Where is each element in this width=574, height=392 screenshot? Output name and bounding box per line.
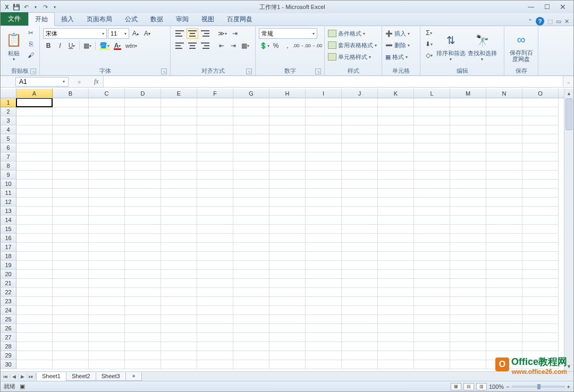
cell[interactable] — [269, 252, 306, 261]
cell[interactable] — [414, 152, 450, 161]
cell[interactable] — [414, 261, 450, 270]
cell[interactable] — [233, 143, 269, 152]
row-header[interactable]: 7 — [1, 152, 16, 161]
align-launcher[interactable]: ↘ — [246, 69, 252, 74]
cell[interactable] — [450, 306, 486, 315]
cell[interactable] — [53, 207, 89, 216]
cell[interactable] — [414, 342, 450, 351]
cell[interactable] — [125, 152, 161, 161]
cell[interactable] — [522, 279, 559, 288]
cell[interactable] — [522, 116, 559, 125]
cell[interactable] — [414, 288, 450, 297]
row-header[interactable]: 23 — [1, 297, 16, 306]
cell[interactable] — [16, 279, 53, 288]
bold-button[interactable]: B — [43, 40, 54, 51]
cell[interactable] — [450, 143, 486, 152]
cell[interactable] — [378, 216, 414, 225]
cell[interactable] — [450, 297, 486, 306]
number-format-select[interactable]: 常规▾ — [259, 28, 317, 39]
cell[interactable] — [53, 171, 89, 180]
sheet-next-icon[interactable]: ▶ — [19, 374, 27, 379]
row-header[interactable]: 29 — [1, 351, 16, 360]
cell[interactable] — [378, 297, 414, 306]
cell[interactable] — [161, 198, 197, 207]
cell[interactable] — [161, 243, 197, 252]
cell[interactable] — [306, 315, 342, 324]
cell[interactable] — [125, 243, 161, 252]
cell[interactable] — [414, 116, 450, 125]
fill-color-button[interactable]: 🪣▾ — [98, 40, 111, 51]
ribbon-display-icon[interactable]: ⬚ — [547, 18, 553, 25]
row-header[interactable]: 6 — [1, 143, 16, 152]
cell[interactable] — [89, 143, 125, 152]
cell[interactable] — [89, 234, 125, 243]
cell[interactable] — [342, 98, 378, 107]
cell[interactable] — [89, 216, 125, 225]
cell[interactable] — [342, 279, 378, 288]
cell[interactable] — [522, 333, 559, 342]
cell[interactable] — [378, 306, 414, 315]
cell[interactable] — [486, 288, 522, 297]
cell[interactable] — [125, 98, 161, 107]
cell[interactable] — [89, 243, 125, 252]
cell[interactable] — [197, 207, 233, 216]
cell[interactable] — [378, 333, 414, 342]
cell[interactable] — [450, 98, 486, 107]
cell[interactable] — [16, 351, 53, 360]
cell[interactable] — [486, 180, 522, 189]
row-header[interactable]: 19 — [1, 261, 16, 270]
cell[interactable] — [233, 198, 269, 207]
cell[interactable] — [16, 324, 53, 333]
cell[interactable] — [342, 152, 378, 161]
cell[interactable] — [450, 360, 486, 369]
col-header-K[interactable]: K — [378, 89, 414, 98]
cell[interactable] — [233, 279, 269, 288]
increase-indent-button[interactable]: ⇥ — [228, 40, 239, 51]
sheet-last-icon[interactable]: ⏭ — [27, 374, 36, 379]
vertical-scrollbar[interactable]: ▲ ▼ — [564, 89, 573, 371]
cell[interactable] — [125, 252, 161, 261]
cell[interactable] — [161, 315, 197, 324]
undo-icon[interactable]: ↶ — [22, 3, 30, 11]
cell[interactable] — [450, 234, 486, 243]
cell[interactable] — [378, 161, 414, 171]
row-header[interactable]: 16 — [1, 234, 16, 243]
undo-dropdown-icon[interactable]: ▾ — [31, 3, 40, 11]
cell[interactable] — [161, 306, 197, 315]
row-header[interactable]: 18 — [1, 252, 16, 261]
new-sheet-button[interactable]: ✦ — [125, 372, 142, 381]
cell[interactable] — [161, 342, 197, 351]
phonetic-button[interactable]: wén▾ — [124, 40, 139, 51]
cell[interactable] — [486, 297, 522, 306]
cell[interactable] — [342, 143, 378, 152]
cell[interactable] — [306, 279, 342, 288]
cell[interactable] — [306, 225, 342, 234]
close-button[interactable]: ✕ — [555, 2, 570, 12]
cell[interactable] — [53, 288, 89, 297]
cell[interactable] — [269, 116, 306, 125]
cell[interactable] — [197, 279, 233, 288]
align-center-button[interactable] — [187, 40, 198, 51]
cell[interactable] — [53, 243, 89, 252]
col-header-A[interactable]: A — [16, 89, 53, 98]
cell[interactable] — [450, 207, 486, 216]
cell[interactable] — [486, 107, 522, 116]
tab-file[interactable]: 文件 — [1, 12, 28, 25]
row-header[interactable]: 21 — [1, 279, 16, 288]
cell[interactable] — [342, 324, 378, 333]
cell[interactable] — [16, 261, 53, 270]
cell[interactable] — [486, 324, 522, 333]
cell[interactable] — [161, 234, 197, 243]
align-right-button[interactable] — [199, 40, 211, 51]
cell[interactable] — [306, 252, 342, 261]
clipboard-launcher[interactable]: ↘ — [30, 69, 36, 74]
cell[interactable] — [306, 351, 342, 360]
cell[interactable] — [16, 270, 53, 279]
cell[interactable] — [342, 342, 378, 351]
cell[interactable] — [89, 324, 125, 333]
cell[interactable] — [125, 315, 161, 324]
row-header[interactable]: 17 — [1, 243, 16, 252]
cell[interactable] — [378, 261, 414, 270]
underline-button[interactable]: U▾ — [66, 40, 77, 51]
percent-button[interactable]: % — [271, 40, 281, 51]
